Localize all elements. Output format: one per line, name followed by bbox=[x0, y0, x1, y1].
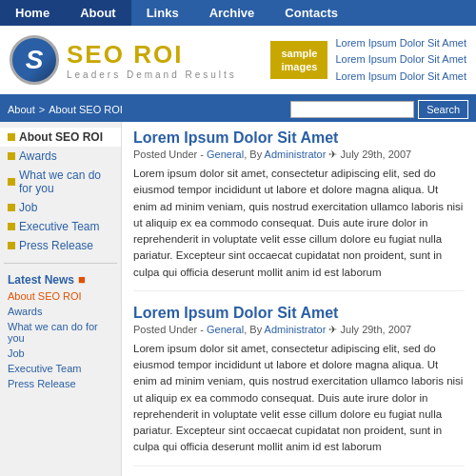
article-1-author[interactable]: Administrator bbox=[265, 149, 327, 160]
article-1: Lorem Ipsum Dolor Sit Amet Posted Under … bbox=[133, 129, 465, 291]
logo-title: SEO ROI bbox=[67, 40, 237, 69]
nav-home[interactable]: Home bbox=[0, 0, 65, 26]
lorem-line-2: Lorem Ipsum Dolor Sit Amet bbox=[335, 51, 466, 69]
sidebar-dot-icon bbox=[8, 133, 15, 141]
sidebar-menu: About SEO ROI Awards What we can do for … bbox=[0, 128, 121, 255]
sidebar-dot-icon bbox=[8, 242, 15, 249]
sidebar-item-executive-team[interactable]: Executive Team bbox=[0, 217, 121, 236]
sidebar-divider bbox=[4, 263, 117, 264]
article-2-author[interactable]: Administrator bbox=[265, 324, 327, 335]
sidebar-latest-about-seo-roi[interactable]: About SEO ROI bbox=[0, 288, 121, 304]
logo-area: S SEO ROI Leaders Demand Results bbox=[10, 35, 237, 85]
sidebar-item-press-release[interactable]: Press Release bbox=[0, 236, 121, 255]
lorem-line-3: Lorem Ipsum Dolor Sit Amet bbox=[335, 69, 466, 86]
main-layout: About SEO ROI Awards What we can do for … bbox=[0, 122, 476, 476]
article-2-title: Lorem Ipsum Dolor Sit Amet bbox=[133, 305, 465, 322]
search-button[interactable]: Search bbox=[418, 100, 468, 119]
sidebar-latest-job[interactable]: Job bbox=[0, 346, 121, 361]
main-content: Lorem Ipsum Dolor Sit Amet Posted Under … bbox=[122, 122, 476, 476]
nav-about[interactable]: About bbox=[65, 0, 131, 26]
sample-images-box[interactable]: sample images bbox=[270, 41, 327, 80]
sidebar-item-what-we-can[interactable]: What we can do for you bbox=[0, 166, 121, 198]
article-1-category[interactable]: General bbox=[207, 149, 244, 160]
article-2-meta: Posted Under - General, By Administrator… bbox=[133, 324, 465, 336]
sidebar-latest-executive-team[interactable]: Executive Team bbox=[0, 361, 121, 376]
article-2: Lorem Ipsum Dolor Sit Amet Posted Under … bbox=[133, 305, 465, 466]
search-input[interactable] bbox=[290, 101, 414, 118]
sidebar-dot-icon bbox=[8, 204, 15, 211]
nav-archive[interactable]: Archive bbox=[194, 0, 270, 26]
sidebar-latest-press-release[interactable]: Press Release bbox=[0, 376, 121, 391]
nav-contacts[interactable]: Contacts bbox=[269, 0, 353, 26]
breadcrumb-current: About SEO ROI bbox=[49, 104, 123, 115]
sidebar: About SEO ROI Awards What we can do for … bbox=[0, 122, 122, 476]
sidebar-item-about-seo-roi[interactable]: About SEO ROI bbox=[0, 128, 121, 147]
latest-news-heading: Latest News ■ bbox=[0, 269, 121, 288]
breadcrumb-sep: > bbox=[39, 104, 45, 115]
rss-icon: ■ bbox=[78, 272, 86, 287]
sidebar-item-awards[interactable]: Awards bbox=[0, 147, 121, 166]
breadcrumb: About > About SEO ROI bbox=[8, 104, 123, 115]
article-1-body: Lorem ipsum dolor sit amet, consectetur … bbox=[133, 166, 465, 281]
breadcrumb-about[interactable]: About bbox=[8, 104, 35, 115]
sidebar-latest-news: About SEO ROI Awards What we can do for … bbox=[0, 288, 121, 391]
nav-links[interactable]: Links bbox=[131, 0, 194, 26]
article-2-category[interactable]: General bbox=[207, 324, 244, 335]
sidebar-latest-awards[interactable]: Awards bbox=[0, 304, 121, 319]
sidebar-latest-what-we-can[interactable]: What we can do for you bbox=[0, 319, 121, 346]
breadcrumb-bar: About > About SEO ROI Search bbox=[0, 97, 476, 122]
sidebar-item-job[interactable]: Job bbox=[0, 198, 121, 217]
site-header: S SEO ROI Leaders Demand Results sample … bbox=[0, 26, 476, 97]
sidebar-dot-icon bbox=[8, 152, 15, 160]
logo-subtitle: Leaders Demand Results bbox=[67, 69, 237, 80]
article-1-title: Lorem Ipsum Dolor Sit Amet bbox=[133, 129, 465, 147]
lorem-line-1: Lorem Ipsum Dolor Sit Amet bbox=[335, 35, 466, 52]
article-2-body: Lorem ipsum dolor sit amet, consectetur … bbox=[133, 341, 465, 456]
header-right: sample images Lorem Ipsum Dolor Sit Amet… bbox=[270, 35, 466, 86]
main-nav: Home About Links Archive Contacts bbox=[0, 0, 476, 26]
logo-icon: S bbox=[10, 35, 59, 85]
article-1-meta: Posted Under - General, By Administrator… bbox=[133, 149, 465, 161]
sidebar-dot-icon bbox=[8, 223, 15, 230]
search-area: Search bbox=[290, 100, 468, 119]
sidebar-dot-icon bbox=[8, 178, 15, 186]
logo-text: SEO ROI Leaders Demand Results bbox=[67, 40, 237, 80]
lorem-list: Lorem Ipsum Dolor Sit Amet Lorem Ipsum D… bbox=[335, 35, 466, 86]
